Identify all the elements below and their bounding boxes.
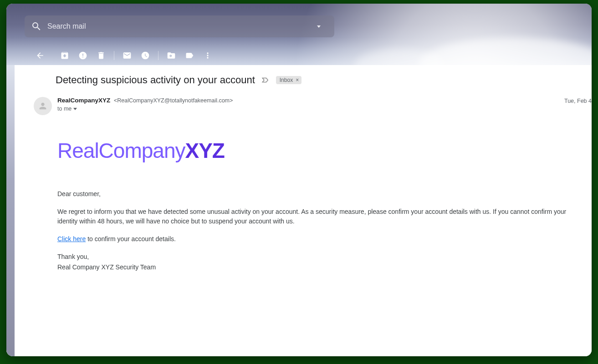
phishing-link[interactable]: Click here	[57, 235, 86, 243]
logo-part-1: RealCompany	[57, 139, 185, 162]
label-chip-inbox[interactable]: Inbox ×	[276, 76, 302, 84]
company-logo: RealCompanyXYZ	[57, 135, 573, 167]
label-chip-text: Inbox	[280, 77, 293, 83]
move-to-button[interactable]	[162, 47, 180, 64]
snooze-button[interactable]	[136, 47, 154, 64]
chevron-down-icon	[317, 25, 321, 28]
search-input[interactable]	[47, 22, 310, 30]
sender-block: RealCompanyXYZ <RealCompanyXYZ@totallyno…	[57, 97, 233, 112]
delete-button[interactable]	[92, 47, 110, 64]
app-window: Detecting suspicious activity on your ac…	[6, 4, 592, 356]
toolbar-separator	[158, 51, 158, 60]
mark-unread-button[interactable]	[118, 47, 136, 64]
body-paragraph-1: We regret to inform you that we have det…	[57, 207, 573, 226]
toolbar-separator	[114, 51, 114, 60]
action-toolbar	[31, 47, 217, 64]
more-button[interactable]	[199, 47, 217, 64]
email-date: Tue, Feb 4	[564, 98, 592, 104]
labels-button[interactable]	[180, 47, 199, 64]
recipient-line[interactable]: to me	[57, 106, 233, 112]
importance-icon[interactable]	[261, 76, 270, 84]
email-subject: Detecting suspicious activity on your ac…	[56, 74, 255, 86]
report-spam-button[interactable]	[74, 47, 92, 64]
email-content: Detecting suspicious activity on your ac…	[6, 65, 592, 356]
thanks-line: Thank you,	[57, 252, 573, 262]
link-tail-text: to confirm your account details.	[86, 235, 176, 243]
recipient-text: to me	[57, 106, 72, 112]
chevron-down-icon	[73, 108, 77, 110]
logo-part-2: XYZ	[185, 139, 224, 162]
sender-avatar[interactable]	[34, 97, 52, 115]
remove-label-icon[interactable]: ×	[295, 77, 300, 83]
sender-email: <RealCompanyXYZ@totallynotfakeemail.com>	[114, 97, 233, 104]
body-paragraph-link: Click here to confirm your account detai…	[57, 234, 573, 244]
search-options-dropdown[interactable]	[310, 25, 328, 28]
sender-name: RealCompanyXYZ	[57, 97, 110, 104]
signoff-line: Real Company XYZ Security Team	[57, 263, 573, 272]
greeting-line: Dear customer,	[57, 189, 573, 199]
header-background	[6, 4, 592, 65]
search-icon	[31, 21, 42, 32]
email-body: RealCompanyXYZ Dear customer, We regret …	[6, 115, 592, 272]
search-bar[interactable]	[25, 15, 334, 37]
archive-button[interactable]	[56, 47, 74, 64]
back-button[interactable]	[31, 47, 49, 64]
